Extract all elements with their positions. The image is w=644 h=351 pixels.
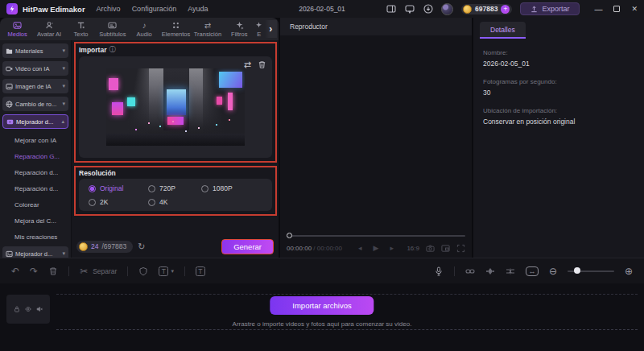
delete-trash-icon[interactable] (48, 266, 58, 276)
tab-subtitulos[interactable]: Subtítulos (97, 20, 128, 38)
thumb-art-neon-sign (228, 93, 233, 110)
maximize-button[interactable] (613, 6, 620, 12)
import-dropzone[interactable]: ⇄ (79, 56, 272, 158)
fit-timeline-icon[interactable]: ↔ (526, 266, 539, 276)
menu-ayuda[interactable]: Ayuda (188, 5, 208, 13)
radio-original[interactable]: Original (89, 184, 148, 192)
radio-label: 720P (159, 184, 175, 192)
tab-medios[interactable]: Medios (2, 20, 33, 38)
generate-button[interactable]: Generar (221, 239, 274, 254)
media-icon (13, 21, 22, 30)
radio-2k[interactable]: 2K (89, 198, 148, 206)
delete-trash-icon[interactable] (258, 60, 266, 69)
sidebar-subitem-colorear[interactable]: Colorear (2, 196, 68, 213)
close-button[interactable]: ✕ (631, 5, 638, 13)
export-button[interactable]: Exportar (520, 2, 580, 15)
keyframe-icon[interactable] (485, 266, 495, 276)
feedback-chat-icon[interactable] (404, 4, 415, 14)
zoom-slider-knob[interactable] (574, 267, 580, 274)
zoom-out-icon[interactable]: ⊖ (549, 266, 557, 277)
download-icon[interactable] (423, 4, 433, 14)
replace-media-icon[interactable]: ⇄ (244, 60, 251, 69)
tab-transicion[interactable]: ⇄ Transición (192, 20, 223, 38)
sidebar-subitem-mis-creaciones[interactable]: Mis creaciones (2, 229, 68, 245)
info-icon[interactable]: ⓘ (109, 45, 115, 54)
menu-archivo[interactable]: Archivo (97, 5, 121, 13)
lock-icon[interactable] (14, 306, 20, 312)
tab-detalles[interactable]: Detalles (480, 22, 526, 39)
sidebar-item-video-con-ia[interactable]: Video con IA ▾ (2, 61, 68, 76)
text-style-dropdown[interactable]: T ▾ (159, 266, 174, 276)
link-icon[interactable] (465, 266, 475, 276)
eye-icon[interactable] (25, 306, 31, 312)
sidebar-item-label: Mejorador d... (16, 118, 59, 126)
radio-1080p[interactable]: 1080P (201, 184, 262, 192)
play-icon[interactable]: ▶ (374, 244, 379, 252)
undo-icon[interactable]: ↶ (11, 266, 19, 276)
tab-texto[interactable]: Texto (65, 20, 97, 38)
microphone-icon[interactable] (434, 266, 444, 276)
sidebar-subitem-mejora-del-c[interactable]: Mejora del C... (2, 213, 68, 229)
caret-down-icon: ▾ (171, 268, 174, 275)
credits-badge[interactable]: 697883 + (461, 4, 512, 14)
globe-icon (6, 101, 13, 108)
thumb-art-screen (167, 89, 186, 115)
tab-overflow-partial[interactable]: E (255, 21, 263, 38)
tabs-scroll-right-button[interactable]: › (265, 20, 277, 38)
tab-avatar-ai[interactable]: Avatar AI (33, 20, 64, 38)
sidebar-subitem-mejorar-con-ia[interactable]: Mejorar con IA (2, 132, 68, 148)
thumb-art-walkway (106, 134, 245, 146)
unlink-icon[interactable] (506, 266, 515, 276)
sidebar-item-label: Cambio de ro... (15, 101, 60, 108)
user-avatar[interactable] (441, 3, 453, 15)
media-thumbnail[interactable] (106, 68, 245, 146)
thumb-art-billboard (219, 72, 242, 88)
resolution-options: Original 720P 1080P 2K 4K (79, 179, 272, 211)
caret-up-icon: ▴ (61, 118, 64, 125)
sidebar-item-mejorador-video[interactable]: Mejorador d... ▴ (2, 114, 68, 129)
detail-field-fps: Fotogramas por segundo: 30 (483, 78, 641, 97)
marker-badge-icon[interactable] (138, 266, 148, 276)
credits-count: 697883 (475, 5, 497, 13)
snapshot-camera-icon[interactable] (426, 244, 435, 253)
minimize-button[interactable]: — (594, 5, 602, 14)
aspect-ratio-selector[interactable]: 16:9 (407, 245, 419, 252)
sidebar-item-imagen-de-ia[interactable]: Imagen de IA ▾ (2, 79, 68, 93)
toolbar-right-tools: ↔ ⊖ ⊕ (434, 266, 633, 277)
radio-720p[interactable]: 720P (148, 184, 201, 192)
tab-audio[interactable]: ♪ Audio (129, 20, 160, 38)
app-window: HitPaw Edimakor Archivo Configuración Ay… (0, 0, 644, 351)
redo-icon[interactable]: ↷ (30, 266, 38, 276)
tab-label: Subtítulos (99, 31, 126, 38)
radio-dot-icon (201, 185, 208, 192)
add-credits-icon[interactable]: + (501, 5, 510, 14)
speaker-mute-icon[interactable] (36, 306, 43, 312)
next-frame-icon[interactable]: ▸ (390, 244, 394, 252)
tab-filtros[interactable]: Filtros (224, 20, 255, 38)
sidebar-item-materiales[interactable]: Materiales ▾ (2, 43, 68, 58)
sidebar-item-label: Materiales (15, 47, 60, 55)
video-camera-icon (6, 65, 13, 72)
seek-bar[interactable] (287, 235, 465, 237)
refresh-icon[interactable]: ↻ (138, 242, 145, 252)
zoom-in-icon[interactable]: ⊕ (625, 266, 633, 277)
tab-elementos[interactable]: Elementos (160, 20, 192, 38)
sidebar-item-cambio-de-rostro[interactable]: Cambio de ro... ▾ (2, 97, 68, 111)
tab-label: Elementos (162, 31, 190, 38)
layout-panels-icon[interactable] (386, 4, 396, 14)
import-files-button[interactable]: Importar archivos (270, 296, 374, 315)
fullscreen-icon[interactable] (456, 244, 465, 253)
sidebar-subitem-reparacion-d1[interactable]: Reparación d... (2, 164, 68, 180)
radio-4k[interactable]: 4K (148, 198, 201, 206)
text-template-icon[interactable]: T (196, 266, 205, 276)
title-bar: HitPaw Edimakor Archivo Configuración Ay… (0, 0, 644, 18)
scissors-split-icon[interactable]: ✂ (80, 266, 88, 276)
timeline-zoom-slider[interactable] (568, 270, 614, 272)
sidebar-subitem-reparacion-g[interactable]: Reparación G... (2, 148, 68, 164)
seek-knob[interactable] (287, 233, 292, 238)
previous-frame-icon[interactable]: ◂ (358, 244, 362, 252)
sidebar-subitem-reparacion-d2[interactable]: Reparación d... (2, 180, 68, 196)
player-header: Reproductor (280, 18, 472, 35)
menu-configuracion[interactable]: Configuración (132, 5, 177, 13)
pip-icon[interactable] (441, 244, 450, 253)
